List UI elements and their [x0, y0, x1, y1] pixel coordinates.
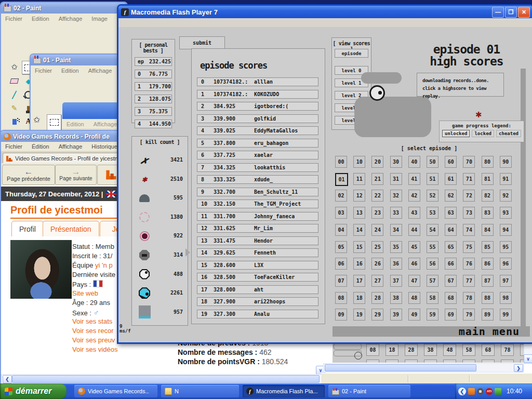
episode-button-67[interactable]: 67 [445, 275, 457, 287]
episode-button-73[interactable]: 73 [463, 207, 475, 219]
profile-link[interactable]: Voir ses recor [72, 327, 113, 335]
score-row[interactable]: 19327.300Analu [197, 310, 318, 318]
episode-button-27[interactable]: 27 [371, 275, 383, 287]
taskbar-item-1[interactable]: Video Games Records... [74, 385, 157, 397]
score-row[interactable]: 0107374182.:alllan [197, 77, 318, 86]
episode-button-64[interactable]: 64 [445, 224, 457, 236]
score-row[interactable]: 11331.700Johnny_faneca [197, 212, 318, 221]
episode-button-36[interactable]: 36 [390, 258, 402, 270]
episode-button-94[interactable]: 94 [500, 224, 512, 236]
profile-link[interactable]: Voir ses preuv [72, 336, 115, 344]
menu-item-fichier[interactable]: Fichier [5, 143, 22, 150]
score-row[interactable]: 10332.150The_TGM_Project [197, 200, 318, 208]
episode-button-59[interactable]: 59 [427, 309, 438, 321]
episode-button-16[interactable]: 16 [353, 258, 365, 270]
episode-button-89[interactable]: 89 [482, 309, 494, 321]
episode-button-45[interactable]: 45 [408, 241, 420, 253]
score-row[interactable]: 18327.900ari22hoops [197, 297, 318, 306]
menu-item-affichage[interactable]: Affichage [94, 121, 117, 127]
episode-button-49[interactable]: 49 [408, 309, 420, 321]
score-row[interactable]: 14329.625Fenneth [197, 248, 318, 257]
start-button[interactable]: démarrer [0, 383, 66, 399]
tray-app-icon[interactable] [477, 388, 484, 395]
score-row[interactable]: 7334.325lookatthis [197, 163, 318, 172]
embedded-episode-18[interactable]: 18 [385, 344, 398, 356]
episode-button-28[interactable]: 28 [371, 292, 383, 304]
score-row[interactable]: 4339.025EddyMataGallos [197, 126, 318, 135]
embedded-episode-88[interactable]: 88 [520, 344, 524, 356]
episode-button-37[interactable]: 37 [390, 275, 402, 287]
taskbar-item-3[interactable]: fMacromedia Flash Pla... [243, 385, 325, 397]
personal-best-row[interactable]: 1179.700 [135, 82, 172, 91]
episode-button-86[interactable]: 86 [482, 258, 494, 270]
personal-best-row[interactable]: 4144.950 [135, 119, 172, 128]
scroll-down-button[interactable]: ∨ [524, 354, 532, 363]
episode-button-96[interactable]: 96 [500, 258, 512, 270]
episode-button-47[interactable]: 47 [408, 275, 420, 287]
episode-button-41[interactable]: 41 [408, 173, 420, 185]
menu-item-affichage[interactable]: Affichage [59, 143, 83, 150]
episode-button-11[interactable]: 11 [353, 173, 365, 185]
episode-button-70[interactable]: 70 [463, 156, 475, 168]
score-row[interactable]: 5337.800eru_bahagon [197, 139, 318, 148]
episode-button-42[interactable]: 42 [408, 190, 420, 202]
submit-button[interactable]: submit [179, 36, 225, 49]
menu-item-edition[interactable]: Edition [66, 121, 84, 127]
score-row[interactable]: 9332.700Ben_Schultz_11 [197, 188, 318, 196]
tray-green-icon[interactable] [495, 388, 501, 395]
episode-button-63[interactable]: 63 [445, 207, 457, 219]
episode-button-05[interactable]: 05 [335, 241, 347, 253]
episode-button-26[interactable]: 26 [371, 258, 383, 270]
episode-button-07[interactable]: 07 [335, 275, 347, 287]
profile-link[interactable]: Voir ses vidéos [72, 345, 117, 353]
episode-button-21[interactable]: 21 [371, 173, 383, 185]
score-row[interactable]: 8333.325xdude_ [197, 175, 318, 184]
view-scores-episode[interactable]: episode [335, 49, 368, 58]
personal-best-row[interactable]: ep232.425 [135, 57, 172, 66]
score-row[interactable]: 3339.900golfkid [197, 114, 318, 123]
episode-button-98[interactable]: 98 [500, 292, 512, 304]
embedded-episode-08[interactable]: 08 [366, 344, 379, 356]
episode-button-78[interactable]: 78 [463, 292, 475, 304]
profile-tab-1[interactable]: Profil [11, 221, 44, 236]
episode-button-95[interactable]: 95 [500, 241, 512, 253]
menu-item-fichier[interactable]: Fichier [35, 68, 52, 74]
episode-button-58[interactable]: 58 [427, 292, 438, 304]
menu-item-historique[interactable]: Historique [91, 143, 117, 150]
pencil-icon[interactable]: ✎ [8, 102, 21, 114]
menu-item-affichage[interactable]: Affichage [59, 16, 83, 22]
episode-button-00[interactable]: 00 [335, 156, 347, 168]
menu-item-dition[interactable]: Édition [32, 143, 49, 150]
episode-button-65[interactable]: 65 [445, 241, 457, 253]
episode-button-76[interactable]: 76 [463, 258, 475, 270]
episode-button-62[interactable]: 62 [445, 190, 457, 202]
taskbar-item-4[interactable]: 02 - Paint [328, 385, 410, 397]
episode-button-24[interactable]: 24 [371, 224, 383, 236]
episode-button-51[interactable]: 51 [427, 173, 438, 185]
hscroll-thumb[interactable] [12, 375, 320, 383]
episode-button-40[interactable]: 40 [408, 156, 420, 168]
episode-button-01[interactable]: 01 [335, 173, 348, 186]
profile-link[interactable]: Site web [72, 289, 98, 297]
episode-button-60[interactable]: 60 [445, 156, 457, 168]
episode-button-54[interactable]: 54 [427, 224, 438, 236]
episode-button-18[interactable]: 18 [353, 292, 365, 304]
episode-button-33[interactable]: 33 [390, 207, 402, 219]
episode-button-13[interactable]: 13 [353, 207, 365, 219]
menu-item-fichier[interactable]: Fichier [5, 16, 22, 22]
episode-button-50[interactable]: 50 [427, 156, 438, 168]
episode-button-68[interactable]: 68 [445, 292, 457, 304]
episode-button-90[interactable]: 90 [500, 156, 512, 168]
hscroll-thumb[interactable] [325, 364, 476, 371]
episode-button-29[interactable]: 29 [371, 309, 383, 321]
episode-button-31[interactable]: 31 [390, 173, 402, 185]
episode-button-02[interactable]: 02 [335, 190, 347, 202]
episode-button-66[interactable]: 66 [445, 258, 457, 270]
episode-button-30[interactable]: 30 [390, 156, 402, 168]
episode-button-83[interactable]: 83 [482, 207, 494, 219]
score-row[interactable]: 12331.625Mr_Lim [197, 224, 318, 233]
episode-button-88[interactable]: 88 [482, 292, 494, 304]
embedded-episode-58[interactable]: 58 [462, 344, 475, 356]
episode-button-92[interactable]: 92 [500, 190, 512, 202]
episode-button-99[interactable]: 99 [500, 309, 512, 321]
